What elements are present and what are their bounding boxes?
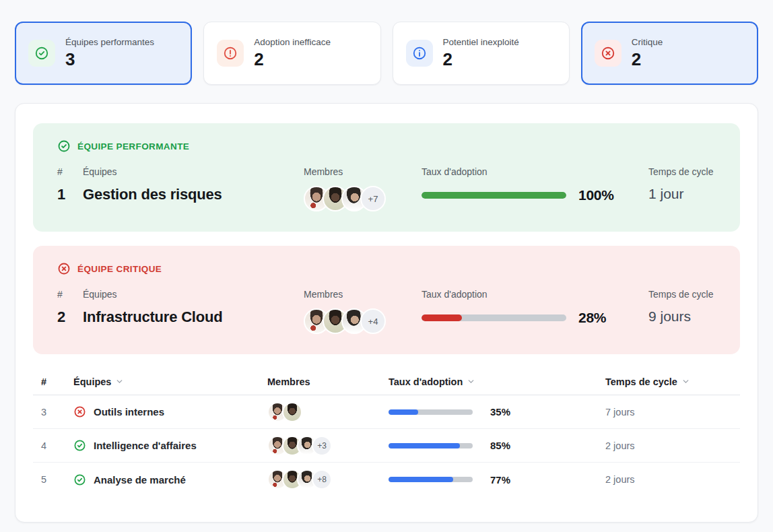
status-label: ÉQUIPE CRITIQUE <box>77 264 162 274</box>
team-rank: 3 <box>41 407 73 418</box>
highlight-card-header: ÉQUIPE CRITIQUE <box>57 262 716 275</box>
more-members-badge: +7 <box>360 186 386 211</box>
chevron-down-icon <box>467 377 475 386</box>
table-header-teams[interactable]: Équipes <box>73 376 267 387</box>
member-avatars: +4 <box>304 308 422 334</box>
circle-x-icon <box>57 262 71 275</box>
team-name: Infrastructure Cloud <box>83 308 304 326</box>
cycle-time: 2 jours <box>605 440 740 451</box>
adoption-progress-bar <box>422 314 566 321</box>
column-label-adoption: Taux d'adoption <box>422 166 648 177</box>
team-rank: 4 <box>41 440 73 451</box>
stat-card-potentiel-inexploite[interactable]: Potentiel inexploité 2 <box>393 22 570 85</box>
adoption-dashboard: Équipes performantes 3 Adoption ineffica… <box>0 0 773 532</box>
circle-check-icon <box>28 40 55 67</box>
member-avatars: +8 <box>267 469 389 490</box>
stat-card-row: Équipes performantes 3 Adoption ineffica… <box>15 22 758 85</box>
stat-value: 3 <box>65 49 154 70</box>
status-label: ÉQUIPE PERFORMANTE <box>77 141 189 152</box>
chevron-down-icon <box>115 377 124 386</box>
circle-check-icon <box>57 139 71 153</box>
more-members-badge: +8 <box>312 469 332 490</box>
member-avatars <box>267 402 389 422</box>
stat-label: Adoption inefficace <box>254 37 331 47</box>
column-label-members: Membres <box>304 289 422 300</box>
teams-panel: ÉQUIPE PERFORMANTE # 1 Équipes Gestion d… <box>15 103 758 523</box>
team-name: Intelligence d'affaires <box>94 440 197 451</box>
table-row[interactable]: 3 Outils internes 35% 7 jo <box>33 395 740 429</box>
team-rank: 1 <box>57 186 83 203</box>
cycle-time: 9 jours <box>648 308 716 325</box>
team-rank: 2 <box>57 308 83 326</box>
table-header-cycle[interactable]: Temps de cycle <box>605 376 740 387</box>
stat-label: Critique <box>632 37 663 47</box>
table-header-rank: # <box>41 376 73 387</box>
table-row[interactable]: 4 Intelligence d'affaires +3 <box>33 429 740 463</box>
adoption-percent: 28% <box>578 310 606 326</box>
circle-alert-icon <box>217 40 244 67</box>
stat-label: Potentiel inexploité <box>443 37 519 47</box>
adoption-progress-bar <box>422 192 566 199</box>
team-name: Gestion des risques <box>83 186 304 203</box>
table-header-row: # Équipes Membres Taux d'adoption <box>33 368 740 395</box>
more-members-badge: +3 <box>312 436 332 456</box>
cycle-time: 1 jour <box>648 186 716 202</box>
adoption-percent: 85% <box>490 440 510 451</box>
team-rank: 5 <box>41 474 73 485</box>
stat-card-critique[interactable]: Critique 2 <box>581 22 758 85</box>
stat-card-adoption-inefficace[interactable]: Adoption inefficace 2 <box>203 22 380 85</box>
highlight-card-body: # 1 Équipes Gestion des risques Membres … <box>57 166 716 211</box>
stat-label: Équipes performantes <box>65 37 154 47</box>
highlight-card-header: ÉQUIPE PERFORMANTE <box>57 139 716 153</box>
teams-table: # Équipes Membres Taux d'adoption <box>33 368 740 496</box>
cycle-time: 7 jours <box>605 407 740 418</box>
more-members-badge: +4 <box>360 308 386 334</box>
column-label-teams: Équipes <box>83 166 304 177</box>
circle-check-icon <box>73 473 86 486</box>
circle-info-icon <box>406 40 433 67</box>
table-header-members: Membres <box>267 376 389 387</box>
stat-value: 2 <box>443 49 519 70</box>
chevron-down-icon <box>681 377 690 386</box>
table-row[interactable]: 5 Analyse de marché +8 <box>33 463 740 496</box>
cycle-time: 2 jours <box>605 474 740 485</box>
adoption-progress-bar <box>389 443 473 448</box>
table-header-adoption[interactable]: Taux d'adoption <box>389 376 605 387</box>
adoption-progress-bar <box>389 477 473 482</box>
stat-value: 2 <box>254 49 331 70</box>
highlight-card-performante: ÉQUIPE PERFORMANTE # 1 Équipes Gestion d… <box>33 123 740 232</box>
adoption-percent: 77% <box>490 474 510 486</box>
team-name: Analyse de marché <box>94 474 186 486</box>
avatar <box>282 402 302 422</box>
column-label-teams: Équipes <box>83 289 304 300</box>
team-name: Outils internes <box>94 406 164 418</box>
column-label-cycle: Temps de cycle <box>648 166 716 177</box>
adoption-progress-bar <box>389 409 473 415</box>
member-avatars: +3 <box>267 436 389 456</box>
column-label-cycle: Temps de cycle <box>648 289 716 300</box>
highlight-card-body: # 2 Équipes Infrastructure Cloud Membres… <box>57 289 716 334</box>
circle-check-icon <box>73 439 86 452</box>
stat-card-equipes-performantes[interactable]: Équipes performantes 3 <box>15 22 192 85</box>
column-label-members: Membres <box>304 166 422 177</box>
highlight-card-critique: ÉQUIPE CRITIQUE # 2 Équipes Infrastructu… <box>33 246 740 354</box>
adoption-percent: 35% <box>490 406 510 418</box>
adoption-percent: 100% <box>578 187 614 203</box>
circle-x-icon <box>595 40 621 67</box>
member-avatars: +7 <box>304 186 422 211</box>
column-label-adoption: Taux d'adoption <box>422 289 648 300</box>
circle-x-icon <box>73 405 86 418</box>
column-label-rank: # <box>57 166 83 177</box>
column-label-rank: # <box>57 289 83 300</box>
stat-value: 2 <box>632 49 663 70</box>
